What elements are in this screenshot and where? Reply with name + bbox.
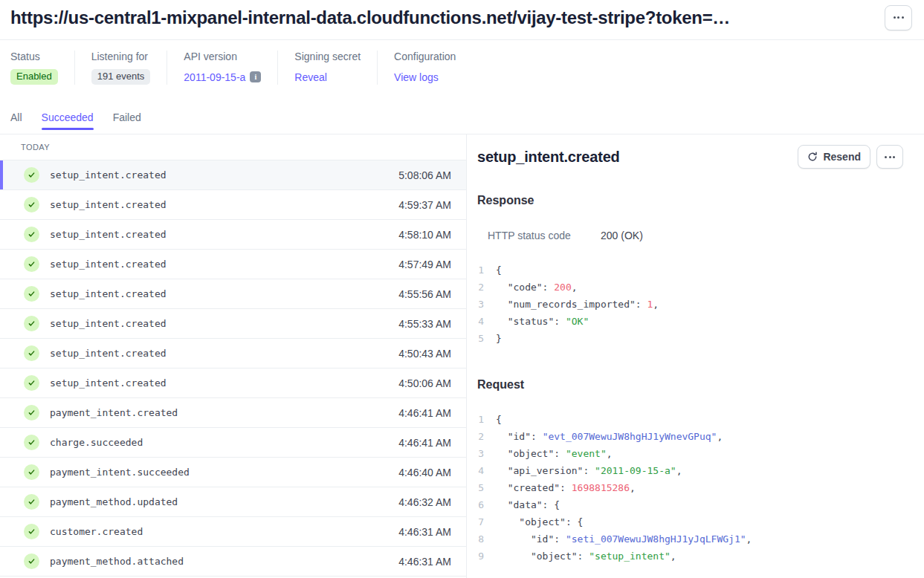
event-name: setup_intent.created [50,318,167,329]
event-row[interactable]: payment_method.updated 4:46:32 AM [0,487,466,517]
detail-overflow-menu-button[interactable] [876,145,903,169]
header-overflow-menu-button[interactable] [885,5,912,30]
event-time: 4:50:06 AM [398,377,451,389]
success-check-icon [24,316,39,331]
content-split: TODAY setup_intent.created 5:08:06 AM se… [0,134,924,578]
event-name: charge.succeeded [50,437,143,448]
success-check-icon [24,197,39,212]
line-number: 4 [477,462,484,479]
code-line: 3 "num_records_imported": 1, [477,296,903,313]
ellipsis-icon [885,156,887,158]
event-detail-title: setup_intent.created [477,149,620,166]
line-number: 3 [477,445,484,462]
success-check-icon [24,375,39,391]
event-row[interactable]: setup_intent.created 4:57:49 AM [0,250,466,279]
reveal-secret-link[interactable]: Reveal [294,71,327,83]
signing-secret-section: Signing secret Reveal [277,51,377,85]
event-time: 5:08:06 AM [398,169,451,181]
line-number: 9 [477,548,484,565]
event-time: 4:46:31 AM [398,526,451,538]
event-row[interactable]: payment_intent.created 4:46:41 AM [0,398,466,428]
success-check-icon [24,405,39,420]
view-logs-link[interactable]: View logs [394,71,439,83]
request-section-heading: Request [477,378,903,392]
event-row[interactable]: setup_intent.created 5:08:06 AM [0,160,466,190]
code-line: 2 "id": "evt_007WewuJW8hgHJ1yWnevGPuq", [477,428,903,445]
event-row[interactable]: setup_intent.created 4:50:43 AM [0,339,466,368]
webhook-endpoint-page: https://us-central1-mixpanel-internal-da… [0,0,924,578]
code-line: 1{ [477,262,903,279]
code-line: 2 "code": 200, [477,279,903,296]
success-check-icon [24,494,39,510]
resend-button[interactable]: Resend [798,145,870,169]
event-name: setup_intent.created [50,229,167,240]
event-name: payment_intent.created [50,407,178,418]
success-check-icon [24,464,39,480]
success-check-icon [24,345,39,361]
event-name: payment_method.updated [50,496,178,507]
event-row[interactable]: setup_intent.created 4:58:10 AM [0,220,466,250]
event-row[interactable]: setup_intent.created 4:50:06 AM [0,368,466,398]
api-version-link[interactable]: 2011-09-15-a [184,71,245,83]
configuration-section: Configuration View logs [377,51,472,85]
line-number: 7 [477,513,484,530]
success-check-icon [24,553,39,569]
event-name: setup_intent.created [50,259,167,270]
event-name: setup_intent.created [50,377,167,389]
event-row[interactable]: payment_intent.succeeded 4:46:40 AM [0,458,466,487]
code-line: 8 "id": "seti_007WewuJW8hgHJ1yJqLFWGj1", [477,530,903,548]
status-label: Status [10,51,58,62]
resend-button-label: Resend [823,151,861,163]
event-row[interactable]: customer.created 4:46:31 AM [0,517,466,547]
ellipsis-icon [894,16,896,19]
tab-succeeded[interactable]: Succeeded [42,98,94,134]
status-enabled-badge: Enabled [10,69,58,85]
event-list-panel: TODAY setup_intent.created 5:08:06 AM se… [0,134,467,578]
line-number: 4 [477,313,484,330]
api-version-section: API version 2011-09-15-a i [167,51,277,85]
event-time: 4:59:37 AM [398,199,451,211]
configuration-label: Configuration [394,51,456,62]
code-line: 4 "status": "OK" [477,313,903,330]
code-line: 5} [477,330,903,347]
event-row[interactable]: setup_intent.created 4:55:33 AM [0,309,466,339]
line-number: 6 [477,496,484,513]
event-time: 4:46:41 AM [398,437,451,449]
event-row[interactable]: setup_intent.created 4:59:37 AM [0,190,466,220]
response-code-block: 1{2 "code": 200,3 "num_records_imported"… [477,262,903,347]
success-check-icon [24,435,39,450]
ellipsis-icon [902,16,904,19]
event-name: customer.created [50,526,143,537]
event-row[interactable]: setup_intent.created 4:55:56 AM [0,279,466,309]
event-time: 4:58:10 AM [398,229,451,241]
event-time: 4:57:49 AM [398,259,451,270]
api-version-label: API version [184,51,261,62]
code-line: 3 "object": "event", [477,445,903,462]
listening-for-section: Listening for 191 events [74,51,167,85]
event-row[interactable]: charge.succeeded 4:46:41 AM [0,428,466,458]
event-name: setup_intent.created [50,199,167,210]
status-section: Status Enabled [10,51,74,85]
signing-secret-label: Signing secret [294,51,361,62]
tab-all[interactable]: All [10,98,22,134]
success-check-icon [24,167,39,183]
event-row[interactable]: payment_method.attached 4:46:31 AM [0,547,466,577]
line-number: 5 [477,479,484,496]
event-filter-tabs: All Succeeded Failed [0,98,924,134]
endpoint-status-bar: Status Enabled Listening for 191 events … [0,40,924,98]
success-check-icon [24,256,39,272]
api-version-info-icon[interactable]: i [250,71,261,82]
event-name: payment_intent.succeeded [50,467,190,478]
code-line: 6 "data": { [477,496,903,513]
success-check-icon [24,524,39,539]
event-time: 4:46:41 AM [398,407,451,419]
event-time: 4:50:43 AM [398,348,451,360]
success-check-icon [24,286,39,302]
endpoint-url-title: https://us-central1-mixpanel-internal-da… [10,7,730,28]
success-check-icon [24,227,39,242]
code-line: 4 "api_version": "2011-09-15-a", [477,462,903,479]
http-status-label: HTTP status code [488,230,601,241]
event-name: setup_intent.created [50,288,167,299]
tab-failed[interactable]: Failed [113,98,141,134]
code-line: 1{ [477,411,903,428]
